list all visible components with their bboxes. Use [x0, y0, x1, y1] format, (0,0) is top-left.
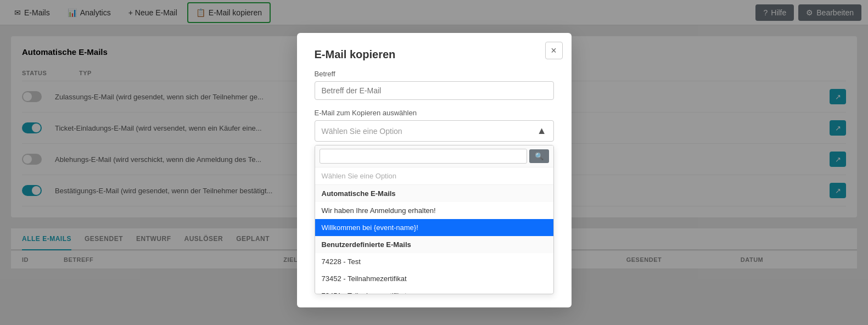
- modal-close-button[interactable]: ×: [545, 42, 563, 59]
- search-icon: 🔍: [535, 152, 544, 160]
- betreff-form-group: Betreff: [315, 70, 554, 100]
- dropdown-search-row: 🔍: [315, 145, 553, 167]
- chevron-up-icon: ▲: [537, 125, 547, 137]
- dropdown-placeholder-item[interactable]: Wählen Sie eine Option: [315, 167, 553, 185]
- betreff-label: Betreff: [315, 70, 554, 78]
- modal-overlay[interactable]: E-Mail kopieren × Betreff E-Mail zum Kop…: [0, 0, 868, 325]
- dropdown-list: Wählen Sie eine Option Automatische E-Ma…: [315, 167, 553, 294]
- dropdown-panel: 🔍 Wählen Sie eine Option Automatische E-…: [315, 145, 554, 294]
- select-form-group: E-Mail zum Kopieren auswählen Wählen Sie…: [315, 109, 554, 294]
- dropdown-item[interactable]: 74228 - Test: [315, 253, 553, 270]
- betreff-input[interactable]: [315, 81, 554, 100]
- dropdown-item-selected[interactable]: Willkommen bei {event-name}!: [315, 219, 553, 236]
- select-label: E-Mail zum Kopieren auswählen: [315, 109, 554, 117]
- select-placeholder: Wählen Sie eine Option: [322, 127, 402, 136]
- dropdown-group1-label: Automatische E-Mails: [315, 185, 553, 202]
- email-kopieren-modal: E-Mail kopieren × Betreff E-Mail zum Kop…: [297, 33, 572, 307]
- close-icon: ×: [551, 45, 557, 57]
- dropdown-group2-label: Benutzerdefinierte E-Mails: [315, 236, 553, 253]
- dropdown-search-input[interactable]: [320, 149, 527, 164]
- dropdown-item[interactable]: Wir haben Ihre Anmeldung erhalten!: [315, 202, 553, 219]
- dropdown-search-button[interactable]: 🔍: [529, 149, 549, 163]
- select-trigger[interactable]: Wählen Sie eine Option ▲: [315, 120, 554, 142]
- modal-title: E-Mail kopieren: [315, 48, 554, 61]
- dropdown-item[interactable]: 73452 - Teilnahmezertifikat: [315, 270, 553, 287]
- dropdown-item[interactable]: 73451 - Teilnahmezertifikat: [315, 287, 553, 294]
